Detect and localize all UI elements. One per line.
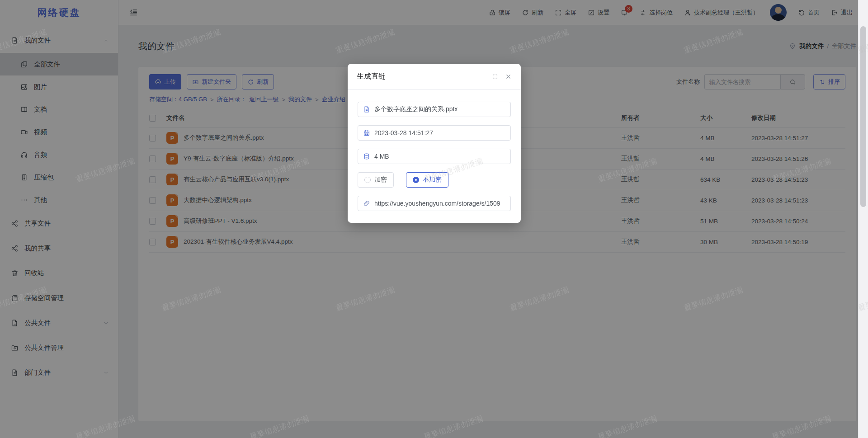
scrollbar-thumb[interactable] [860, 26, 866, 207]
encrypt-radio-label: 加密 [374, 176, 387, 184]
file-name-value: 多个数字底座之间的关系.pptx [374, 105, 458, 113]
file-date-field: 2023-03-28 14:51:27 [358, 125, 511, 141]
modal-body: 多个数字底座之间的关系.pptx 2023-03-28 14:51:27 4 M… [348, 90, 521, 222]
generate-link-modal: 生成直链 多个数字底座之间的关系.pptx 2023-03-28 14:51:2… [348, 64, 521, 223]
direct-link-field[interactable]: https://vue.youshengyun.com/storage/s/15… [358, 196, 511, 211]
file-size-value: 4 MB [374, 153, 389, 160]
modal-header: 生成直链 [348, 64, 521, 90]
no-encrypt-radio[interactable]: 不加密 [406, 172, 448, 188]
close-icon[interactable] [505, 73, 512, 80]
file-size-field: 4 MB [358, 149, 511, 164]
calendar-icon [363, 129, 370, 137]
radio-selected-icon [413, 177, 419, 183]
expand-icon[interactable] [492, 74, 498, 80]
file-icon [363, 106, 370, 113]
file-date-value: 2023-03-28 14:51:27 [374, 129, 433, 137]
radio-unselected-icon [364, 177, 371, 183]
link-icon [363, 200, 370, 207]
file-name-field: 多个数字底座之间的关系.pptx [358, 102, 511, 117]
page-scrollbar[interactable] [858, 0, 868, 438]
database-icon [363, 153, 370, 160]
modal-title: 生成直链 [357, 72, 386, 81]
encrypt-options: 加密 不加密 [358, 172, 511, 188]
direct-link-value: https://vue.youshengyun.com/storage/s/15… [374, 200, 500, 207]
encrypt-radio[interactable]: 加密 [358, 172, 394, 188]
no-encrypt-radio-label: 不加密 [423, 176, 442, 184]
